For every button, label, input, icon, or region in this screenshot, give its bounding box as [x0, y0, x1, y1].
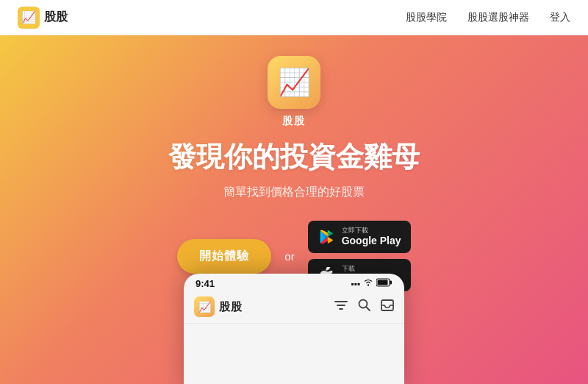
google-play-name: Google Play — [342, 235, 401, 247]
search-icon — [358, 299, 370, 315]
phone-logo-icon: 📈 — [194, 296, 215, 317]
filter-icon — [334, 299, 348, 315]
phone-mockup: 9:41 ▪▪▪ — [184, 274, 404, 384]
nav-links: 股股學院 股股選股神器 登入 — [406, 11, 570, 24]
app-store-sub: 下載 — [342, 266, 391, 273]
phone-status-bar: 9:41 ▪▪▪ — [184, 274, 404, 291]
phone-time: 9:41 — [196, 278, 215, 289]
nav-link-picker[interactable]: 股股選股神器 — [467, 11, 529, 24]
inbox-icon — [381, 299, 394, 315]
cta-button[interactable]: 開始體驗 — [177, 239, 271, 274]
signal-icon: ▪▪▪ — [351, 279, 360, 289]
google-play-sub: 立即下載 — [342, 227, 401, 235]
phone-toolbar-icons — [334, 299, 394, 315]
wifi-icon — [363, 278, 373, 289]
app-icon-wrapper: 📈 — [268, 56, 320, 109]
svg-rect-2 — [390, 281, 392, 285]
or-text: or — [284, 250, 294, 263]
app-name-label: 股股 — [282, 115, 306, 128]
svg-rect-3 — [378, 280, 388, 285]
logo-area[interactable]: 📈 股股 — [18, 7, 68, 29]
navbar: 📈 股股 股股學院 股股選股神器 登入 — [0, 0, 588, 35]
hero-section: 📈 股股 發現你的投資金雞母 簡單找到價格合理的好股票 開始體驗 or — [0, 35, 588, 384]
phone-logo-text: 股股 — [219, 300, 243, 314]
logo-text: 股股 — [44, 10, 68, 25]
nav-link-academy[interactable]: 股股學院 — [406, 11, 447, 24]
google-play-text: 立即下載 Google Play — [342, 227, 401, 247]
nav-link-login[interactable]: 登入 — [550, 11, 570, 24]
svg-point-0 — [368, 284, 369, 285]
logo-icon: 📈 — [18, 7, 40, 29]
svg-line-8 — [366, 307, 370, 310]
phone-app-bar: 📈 股股 — [184, 291, 404, 324]
phone-screen: 📈 股股 — [184, 291, 404, 384]
phone-status-icons: ▪▪▪ — [351, 278, 392, 289]
app-icon: 📈 — [278, 67, 311, 98]
google-play-button[interactable]: 立即下載 Google Play — [308, 221, 411, 253]
hero-title: 發現你的投資金雞母 — [168, 138, 420, 176]
phone-app-logo: 📈 股股 — [194, 296, 334, 317]
google-play-icon — [317, 229, 336, 245]
hero-subtitle: 簡單找到價格合理的好股票 — [223, 185, 365, 200]
battery-icon — [376, 278, 392, 289]
